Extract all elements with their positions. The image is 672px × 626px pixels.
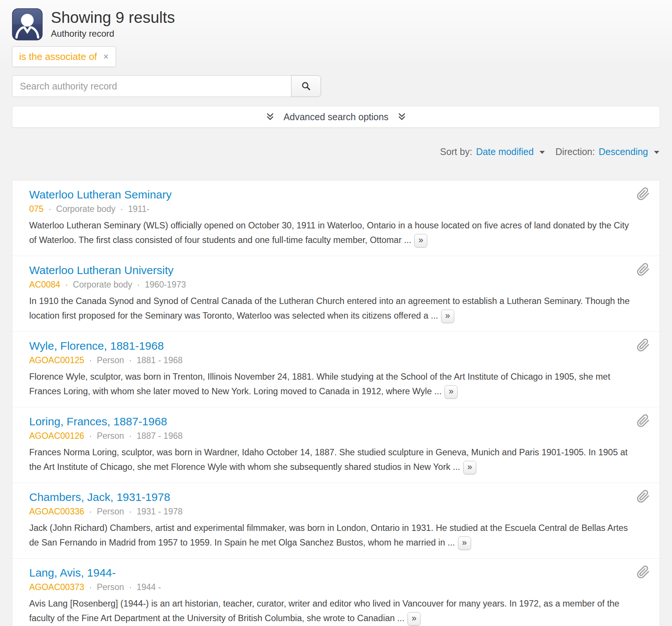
result-identifier: AC0084 (29, 280, 60, 290)
result-description: In 1910 the Canada Synod and Synod of Ce… (29, 294, 637, 323)
result-meta: AGOAC00373 · Person · 1944 - (29, 582, 637, 592)
paperclip-icon (636, 565, 650, 579)
paperclip-icon (636, 338, 650, 352)
meta-separator: · (129, 431, 132, 441)
result-dates: 1944 - (137, 582, 161, 592)
result-title-link[interactable]: Wyle, Florence, 1881-1968 (29, 340, 164, 352)
result-entity-type: Corporate body (73, 280, 132, 290)
filter-tag-is-the-associate-of: is the associate of ✕ (12, 46, 116, 67)
result-description-text: Waterloo Lutheran Seminary (WLS) officia… (29, 221, 629, 245)
result-dates: 1881 - 1968 (137, 355, 183, 365)
result-identifier: AGOAC00126 (29, 431, 84, 441)
result-item: Waterloo Lutheran University AC0084 · Co… (12, 256, 660, 331)
result-description: Waterloo Lutheran Seminary (WLS) officia… (29, 218, 637, 247)
result-entity-type: Person (97, 431, 124, 441)
result-description-text: Jack (John Richard) Chambers, artist and… (29, 523, 628, 547)
meta-separator: · (129, 507, 132, 517)
results-list: Waterloo Lutheran Seminary 075 · Corpora… (12, 180, 660, 626)
authority-search-results-page: Showing 9 results Authority record is th… (0, 0, 672, 626)
result-meta: AGOAC00126 · Person · 1887 - 1968 (29, 431, 637, 441)
result-entity-type: Person (97, 582, 124, 592)
result-description-text: Florence Wyle, sculptor, was born in Tre… (29, 372, 610, 396)
chevron-double-down-icon (397, 112, 406, 121)
result-dates: 1931 - 1978 (137, 507, 183, 517)
result-entity-type: Person (97, 355, 124, 365)
result-title-link[interactable]: Chambers, Jack, 1931-1978 (29, 491, 170, 504)
result-item: Chambers, Jack, 1931-1978 AGOAC00336 · P… (12, 483, 660, 558)
meta-separator: · (120, 204, 123, 214)
result-entity-type: Person (97, 507, 124, 517)
result-meta: AGOAC00125 · Person · 1881 - 1968 (29, 355, 637, 365)
result-description-text: In 1910 the Canada Synod and Synod of Ce… (29, 296, 630, 320)
search-button[interactable] (291, 75, 321, 97)
paperclip-icon (636, 187, 650, 201)
sort-by-label: Sort by: (440, 146, 472, 157)
search-bar (12, 75, 321, 97)
chevron-double-down-icon (266, 112, 275, 121)
result-dates: 1911- (128, 204, 149, 214)
result-item: Loring, Frances, 1887-1968 AGOAC00126 · … (12, 407, 660, 483)
result-meta: AGOAC00336 · Person · 1931 - 1978 (29, 507, 637, 517)
page-title: Showing 9 results (51, 9, 175, 26)
sort-controls: Sort by: Date modified Direction: Descen… (12, 145, 660, 158)
advanced-search-toggle[interactable]: Advanced search options (12, 106, 660, 128)
authority-record-icon (12, 8, 43, 40)
meta-separator: · (129, 355, 132, 365)
more-button[interactable]: » (445, 385, 458, 399)
more-button[interactable]: » (414, 234, 427, 247)
results-header: Showing 9 results Authority record (12, 0, 660, 40)
sort-by-dropdown[interactable]: Date modified (476, 146, 534, 157)
paperclip-icon (636, 263, 650, 276)
meta-separator: · (89, 507, 92, 517)
search-icon (301, 81, 311, 91)
paperclip-icon (636, 490, 650, 503)
result-item: Wyle, Florence, 1881-1968 AGOAC00125 · P… (12, 331, 660, 407)
more-button[interactable]: » (441, 310, 454, 323)
result-title-link[interactable]: Loring, Frances, 1887-1968 (29, 415, 167, 428)
result-item: Waterloo Lutheran Seminary 075 · Corpora… (12, 180, 660, 256)
direction-label: Direction: (555, 146, 595, 157)
meta-separator: · (89, 582, 92, 592)
direction-dropdown[interactable]: Descending (599, 146, 648, 157)
advanced-search-label: Advanced search options (284, 112, 389, 122)
filter-tag-label: is the associate of (19, 51, 97, 63)
header-text: Showing 9 results Authority record (51, 8, 175, 39)
result-description: Jack (John Richard) Chambers, artist and… (29, 521, 637, 550)
result-title-link[interactable]: Waterloo Lutheran Seminary (29, 188, 172, 201)
result-description: Frances Norma Loring, sculptor, was born… (29, 445, 637, 474)
result-dates: 1960-1973 (145, 280, 186, 290)
caret-down-icon (654, 151, 659, 154)
remove-filter-icon[interactable]: ✕ (103, 52, 109, 61)
meta-separator: · (89, 355, 92, 365)
meta-separator: · (129, 582, 132, 592)
result-entity-type: Corporate body (56, 204, 116, 214)
result-item: Lang, Avis, 1944- AGOAC00373 · Person · … (12, 558, 660, 626)
result-title-link[interactable]: Waterloo Lutheran University (29, 264, 174, 277)
result-dates: 1887 - 1968 (137, 431, 183, 441)
result-description-text: Avis Lang [Rosenberg] (1944-) is an art … (29, 599, 619, 623)
result-identifier: AGOAC00336 (29, 507, 84, 517)
result-meta: 075 · Corporate body · 1911- (29, 204, 637, 214)
result-meta: AC0084 · Corporate body · 1960-1973 (29, 280, 637, 290)
result-title-link[interactable]: Lang, Avis, 1944- (29, 566, 116, 579)
page-subtitle: Authority record (51, 28, 175, 39)
more-button[interactable]: » (407, 612, 421, 626)
result-identifier: AGOAC00125 (29, 355, 84, 365)
result-description-text: Frances Norma Loring, sculptor, was born… (29, 447, 627, 472)
more-button[interactable]: » (458, 537, 471, 550)
meta-separator: · (89, 431, 92, 441)
meta-separator: · (137, 280, 140, 290)
paperclip-icon (636, 414, 650, 428)
meta-separator: · (48, 204, 51, 214)
meta-separator: · (65, 280, 68, 290)
search-input[interactable] (12, 75, 291, 97)
result-description: Florence Wyle, sculptor, was born in Tre… (29, 370, 637, 399)
more-button[interactable]: » (463, 461, 476, 474)
result-identifier: AGOAC00373 (29, 582, 84, 592)
result-description: Avis Lang [Rosenberg] (1944-) is an art … (29, 596, 637, 626)
result-identifier: 075 (29, 204, 43, 214)
caret-down-icon (540, 151, 545, 154)
